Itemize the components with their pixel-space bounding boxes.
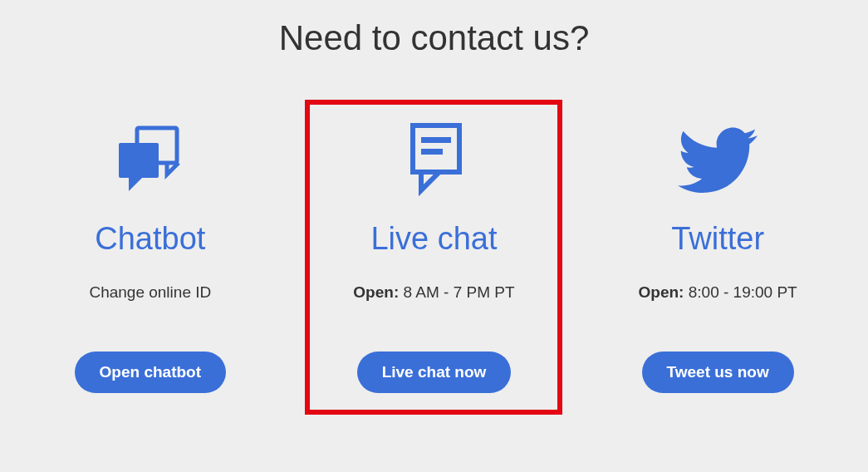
card-livechat-title: Live chat — [370, 221, 497, 257]
card-twitter-title: Twitter — [671, 221, 764, 257]
card-twitter-info: Open: 8:00 - 19:00 PT — [639, 283, 797, 302]
card-livechat-info-value: 8 AM - 7 PM PT — [404, 283, 515, 301]
chat-bubbles-icon — [109, 115, 192, 206]
tweet-us-now-button[interactable]: Tweet us now — [642, 352, 794, 393]
svg-rect-4 — [421, 149, 443, 155]
svg-rect-1 — [119, 143, 159, 178]
speech-page-icon — [396, 115, 471, 206]
card-livechat: Live chat Open: 8 AM - 7 PM PT Live chat… — [305, 100, 562, 415]
card-twitter-info-prefix: Open: — [639, 283, 684, 301]
card-livechat-info-prefix: Open: — [353, 283, 399, 301]
card-chatbot-title: Chatbot — [95, 221, 205, 257]
card-chatbot-info: Change online ID — [89, 283, 211, 302]
contact-cards-row: Chatbot Change online ID Open chatbot Li… — [0, 100, 868, 415]
card-chatbot-info-value: Change online ID — [89, 283, 211, 301]
open-chatbot-button[interactable]: Open chatbot — [75, 352, 226, 393]
twitter-bird-icon — [678, 115, 758, 206]
card-chatbot: Chatbot Change online ID Open chatbot — [22, 100, 279, 415]
card-twitter-info-value: 8:00 - 19:00 PT — [689, 283, 797, 301]
card-twitter: Twitter Open: 8:00 - 19:00 PT Tweet us n… — [589, 100, 846, 415]
card-livechat-info: Open: 8 AM - 7 PM PT — [353, 283, 514, 302]
svg-rect-3 — [421, 137, 451, 143]
live-chat-now-button[interactable]: Live chat now — [357, 352, 512, 393]
page-title: Need to contact us? — [0, 0, 868, 100]
